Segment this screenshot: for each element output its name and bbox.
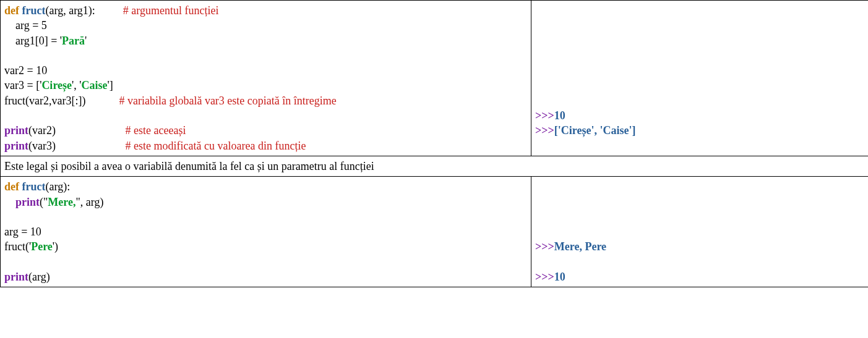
code-block-1: def fruct(arg, arg1): # argumentul funcț… xyxy=(4,3,527,153)
string-literal: Pară xyxy=(62,35,85,47)
code-text: arg1[0] = ' xyxy=(4,35,62,47)
output-cell-1: >>>10 >>>['Cireșe', 'Caise'] xyxy=(531,1,869,156)
table-row: def fruct(arg): print("Mere,", arg) arg … xyxy=(1,177,869,287)
table-row: def fruct(arg, arg1): # argumentul funcț… xyxy=(1,1,869,156)
output-prompt: >>> xyxy=(535,271,554,283)
string-literal: Caise xyxy=(82,79,108,91)
output-prompt: >>> xyxy=(535,109,554,122)
output-value: Mere, Pere xyxy=(554,240,606,253)
output-prompt: >>> xyxy=(535,240,554,253)
code-text: ' xyxy=(85,35,87,47)
code-text: ') xyxy=(53,240,58,253)
keyword-def: def xyxy=(4,180,19,193)
code-text: (" xyxy=(40,196,48,208)
code-block-2: def fruct(arg): print("Mere,", arg) arg … xyxy=(4,179,527,284)
string-literal: Pere xyxy=(31,240,53,253)
code-text: arg = 5 xyxy=(4,19,47,32)
print-call: print xyxy=(15,196,40,208)
comment: # argumentul funcției xyxy=(123,4,219,17)
output-value: ['Cireșe', 'Caise'] xyxy=(554,124,636,137)
output-cell-2: >>>Mere, Pere >>>10 xyxy=(531,177,869,287)
code-text: '] xyxy=(108,79,113,91)
code-text: (arg): xyxy=(45,180,70,193)
string-literal: Mere, xyxy=(48,196,75,208)
string-literal: Cireșe xyxy=(41,79,72,91)
output-block-2: >>>Mere, Pere >>>10 xyxy=(535,179,864,284)
code-text: var2 = 10 xyxy=(4,64,47,77)
code-text: (var3) xyxy=(28,140,125,152)
code-text: (var2) xyxy=(28,124,125,137)
code-text: ', ' xyxy=(72,79,82,91)
code-text: fruct(var2,var3[:]) xyxy=(4,95,119,107)
output-block-1: >>>10 >>>['Cireșe', 'Caise'] xyxy=(535,3,864,138)
code-text: var3 = [' xyxy=(4,79,41,91)
print-call: print xyxy=(4,124,28,137)
note-cell: Este legal și posibil a avea o variabilă… xyxy=(1,156,869,176)
note-text: Este legal și posibil a avea o variabilă… xyxy=(4,160,374,172)
comment: # este aceeași xyxy=(126,124,186,137)
code-text: (arg) xyxy=(28,271,50,283)
func-name: fruct xyxy=(22,4,46,17)
comment: # variabila globală var3 este copiată în… xyxy=(119,95,336,107)
code-text: ", arg) xyxy=(76,196,104,208)
code-text: arg = 10 xyxy=(4,226,41,238)
print-call: print xyxy=(4,271,28,283)
code-text: fruct(' xyxy=(4,240,31,253)
code-table: def fruct(arg, arg1): # argumentul funcț… xyxy=(0,0,868,287)
func-name: fruct xyxy=(22,180,46,193)
code-text xyxy=(4,196,15,208)
code-cell-1: def fruct(arg, arg1): # argumentul funcț… xyxy=(1,1,531,156)
print-call: print xyxy=(4,140,28,152)
output-prompt: >>> xyxy=(535,124,554,137)
comment: # este modificată cu valoarea din funcți… xyxy=(126,140,306,152)
code-cell-2: def fruct(arg): print("Mere,", arg) arg … xyxy=(1,177,531,287)
output-value: 10 xyxy=(554,271,565,283)
keyword-def: def xyxy=(4,4,19,17)
code-text: (arg, arg1): xyxy=(45,4,122,17)
output-value: 10 xyxy=(554,109,565,122)
table-row: Este legal și posibil a avea o variabilă… xyxy=(1,156,869,176)
